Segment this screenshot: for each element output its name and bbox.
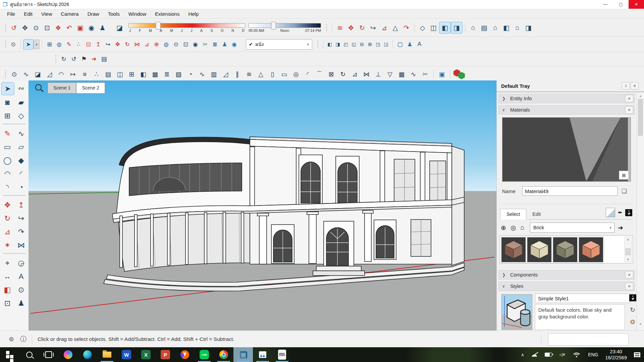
push-pull-tool[interactable]: ↥ (15, 199, 28, 211)
menu-item[interactable]: Camera (56, 10, 83, 18)
ext-window-icon[interactable]: ▦ (149, 69, 161, 80)
lasso-tool[interactable]: ∾ (15, 82, 28, 95)
ext-spiral-stair-icon[interactable]: ◔ (184, 69, 196, 80)
tile-window-icon[interactable]: ◰ (342, 40, 350, 48)
copilot-app[interactable] (58, 347, 78, 362)
cut-icon[interactable]: ✂ (200, 40, 210, 49)
grid-window-icon[interactable]: ⊞ (366, 40, 374, 48)
soften-edges-icon[interactable]: △ (390, 22, 401, 33)
ext-wall-icon[interactable]: ▤ (102, 69, 114, 80)
date-slider-track[interactable] (128, 23, 245, 28)
create-material-icon[interactable]: ⊕ (501, 224, 506, 232)
file-explorer-app[interactable] (97, 347, 117, 362)
dock-window-icon[interactable]: ◳ (374, 40, 382, 48)
entity-info-section[interactable]: ❯ Entity Info ✕ (498, 94, 635, 103)
ext-column-icon[interactable]: ▯ (267, 69, 278, 80)
geolocation-icon[interactable]: ⊚ (9, 335, 14, 343)
model-revert-icon[interactable]: ↺ (69, 54, 79, 64)
follow-me-tool[interactable]: ↪ (15, 212, 28, 225)
zoom-extents-icon[interactable]: ❖ (53, 22, 64, 33)
position-camera-icon[interactable]: ▣ (75, 22, 86, 33)
scale-tool-icon[interactable]: ⊿ (142, 40, 152, 49)
sample-material-icon[interactable]: ◎ (511, 224, 516, 232)
sketchup-app[interactable]: ❒ (233, 347, 253, 362)
image-export-icon[interactable]: ▣ (436, 69, 448, 80)
follow-me-icon[interactable]: ↪ (368, 22, 379, 33)
look-around-icon[interactable]: ◉ (86, 22, 97, 33)
rotated-rectangle-tool[interactable]: ▱ (15, 141, 28, 153)
shadows-toggle-icon[interactable]: ◪ (114, 22, 125, 33)
share-model-icon[interactable]: ♟ (405, 40, 415, 49)
zoom-tool[interactable]: ⊙ (15, 284, 28, 296)
chrome-app[interactable] (214, 347, 233, 362)
move-tool-icon[interactable]: ✥ (113, 40, 122, 49)
pan-icon[interactable]: ✥ (19, 22, 31, 33)
tray-scrollbar[interactable]: ▲ ▼ (637, 93, 644, 330)
ext-project-icon[interactable]: ⊥ (372, 69, 384, 80)
maximize-button[interactable]: ▢ (613, 0, 629, 9)
eraser-tool[interactable]: ▰ (15, 96, 28, 109)
edge-app[interactable] (78, 347, 97, 362)
menu-item[interactable]: Edit (19, 10, 37, 18)
select-tool[interactable]: ➤ (1, 82, 14, 95)
date-slider-handle[interactable] (156, 22, 161, 29)
ext-terrain-icon[interactable]: ∿ (408, 69, 419, 80)
two-point-arc-tool[interactable]: ◜ (15, 168, 28, 180)
follow-me-tool-icon[interactable]: ↪ (103, 40, 113, 49)
model-sync-icon[interactable]: ↻ (59, 54, 69, 64)
word-app[interactable]: W (117, 347, 136, 362)
view-right-icon[interactable]: ◧ (501, 22, 512, 33)
close-icon[interactable]: ✕ (625, 95, 633, 102)
menu-item[interactable]: Extensions (151, 10, 184, 18)
close-icon[interactable]: ✕ (625, 106, 633, 114)
view-back-icon[interactable]: ⌂ (512, 22, 523, 33)
sample-paint-icon[interactable]: ⊕ (152, 40, 161, 49)
ext-vertex-tool-icon[interactable]: ⊙ (8, 69, 20, 80)
ext-open-wall-icon[interactable]: ◫ (114, 69, 126, 80)
ext-stair-icon[interactable]: ▧ (173, 69, 184, 80)
styles-section[interactable]: ∨ Styles ✕ (498, 282, 635, 291)
ext-edge-tool-icon[interactable]: ∿ (20, 69, 32, 80)
rectangle-tool-icon[interactable]: ⊡ (84, 40, 93, 49)
ext-molding-icon[interactable]: ⌒ (314, 69, 325, 80)
ext-roof-icon[interactable]: ◿ (220, 69, 231, 80)
scroll-thumb[interactable] (638, 99, 643, 136)
scroll-up-icon[interactable]: ▲ (639, 94, 642, 98)
view-front-icon[interactable]: ⌂ (490, 22, 501, 33)
ext-mirror-icon[interactable]: ⋈ (361, 69, 372, 80)
scroll-down-icon[interactable]: ▼ (639, 322, 642, 326)
battery-icon[interactable] (545, 353, 552, 357)
search-button[interactable] (19, 347, 39, 362)
account-icon[interactable]: ◉ (229, 40, 239, 49)
ext-align-icon[interactable]: ≡ (79, 69, 91, 80)
rotate-tool[interactable]: ↻ (1, 212, 14, 225)
notification-center-icon[interactable] (634, 352, 640, 357)
sphere-paint-icon[interactable]: ◍ (161, 40, 171, 49)
ext-truss-icon[interactable]: △ (255, 69, 267, 80)
flip-tool[interactable]: ⋈ (15, 239, 28, 251)
paste-window-icon[interactable]: ◨ (334, 40, 342, 48)
menu-item[interactable]: File (3, 10, 19, 18)
minimize-button[interactable]: — (598, 0, 613, 9)
tab-select[interactable]: Select (500, 209, 526, 220)
pie-tool[interactable]: ◔ (15, 181, 28, 193)
wifi-icon[interactable] (573, 352, 581, 357)
tab-edit[interactable]: Edit (526, 209, 547, 219)
arc-tool[interactable]: ◠ (1, 168, 14, 180)
make-component-icon[interactable]: ⊞ (45, 40, 54, 49)
update-style-icon[interactable]: ↻ (630, 306, 635, 314)
scene-tab-1[interactable]: Scene 1 (48, 82, 76, 93)
section-plane-icon[interactable]: ◇ (417, 22, 428, 33)
time-slider-track[interactable] (249, 23, 321, 28)
material-brick-gray[interactable] (552, 237, 578, 263)
ext-polar-array-icon[interactable]: ↻ (337, 69, 349, 80)
view-left-icon[interactable]: ◨ (523, 22, 534, 33)
info-icon[interactable]: ⓘ (20, 335, 26, 344)
line-tool-icon[interactable]: ✎ (64, 40, 74, 49)
text-tool[interactable]: A (15, 270, 28, 283)
menu-item[interactable]: View (37, 10, 56, 18)
tag-dropdown[interactable]: ✔ ผนัง ▾ (246, 39, 312, 50)
time-slider-handle[interactable] (271, 22, 276, 29)
text-style-icon[interactable]: A (415, 40, 424, 49)
ext-extend-icon[interactable]: ↦ (67, 69, 79, 80)
